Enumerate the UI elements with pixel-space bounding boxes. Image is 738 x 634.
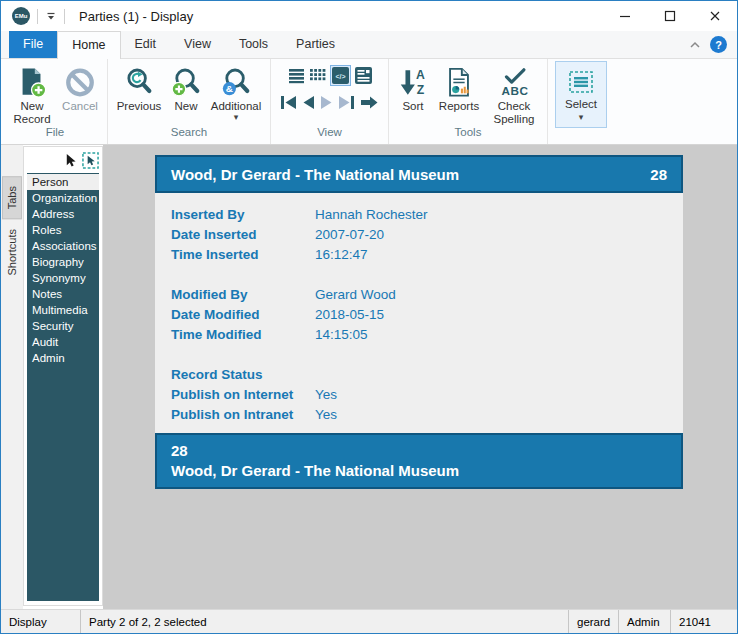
code-glyph: </> (335, 73, 345, 80)
abc-glyph: ABC (502, 83, 529, 96)
sidebar-item-address[interactable]: Address (27, 206, 99, 222)
additional-search-button[interactable]: & Additional ▾ (207, 63, 265, 121)
field-label-publish-internet: Publish on Internet (171, 385, 315, 405)
cancel-button[interactable]: Cancel (58, 63, 102, 113)
new-record-icon (16, 64, 48, 100)
last-record-icon[interactable] (338, 95, 355, 110)
sort-label: Sort (402, 100, 423, 113)
ribbon-group-tools: A Z Sort (389, 59, 548, 144)
app-logo-icon: EMu (12, 7, 30, 25)
sidebar-item-roles[interactable]: Roles (27, 222, 99, 238)
previous-search-label: Previous (117, 100, 162, 113)
first-record-icon[interactable] (280, 95, 297, 110)
record-fields: Inserted ByHannah Rochester Date Inserte… (155, 193, 683, 433)
sidebar-item-audit[interactable]: Audit (27, 334, 99, 350)
tab-tools[interactable]: Tools (225, 31, 282, 58)
help-glyph: ? (715, 39, 722, 51)
app-window: EMu Parties (1) - Display File Home Edit (0, 0, 738, 634)
cancel-label: Cancel (62, 100, 98, 113)
record-summary-number: 28 (171, 441, 667, 461)
sidebar-item-person[interactable]: Person (27, 174, 99, 190)
minimize-button[interactable] (602, 1, 647, 31)
close-button[interactable] (692, 1, 737, 31)
previous-search-icon (123, 64, 155, 100)
record-detail-panel: Wood, Dr Gerard - The National Museum 28… (155, 155, 683, 489)
field-label-date-modified: Date Modified (171, 305, 315, 325)
status-selection: Party 2 of 2, 2 selected (81, 610, 569, 633)
sidebar-panel: Person Organization Address Roles Associ… (23, 146, 103, 606)
sidebar-toolbar (24, 147, 102, 173)
field-label-time-inserted: Time Inserted (171, 245, 315, 265)
side-tab-strip: Tabs Shortcuts (1, 145, 23, 609)
group-label-tools: Tools (394, 126, 542, 144)
module-tab-list: Person Organization Address Roles Associ… (27, 173, 99, 601)
code-view-icon[interactable]: </> (330, 65, 351, 86)
status-bar: Display Party 2 of 2, 2 selected gerard … (1, 609, 737, 633)
help-icon[interactable]: ? (710, 36, 727, 53)
grid-view-icon[interactable] (309, 67, 326, 84)
tab-file[interactable]: File (9, 31, 57, 58)
select-button[interactable]: Select ▾ (555, 61, 607, 128)
sidebar-item-security[interactable]: Security (27, 318, 99, 334)
tab-home[interactable]: Home (57, 31, 120, 59)
field-label-modified-by: Modified By (171, 285, 315, 305)
sidebar-item-associations[interactable]: Associations (27, 238, 99, 254)
sort-a-glyph: A (416, 68, 425, 82)
cursor-arrow-icon[interactable] (64, 153, 77, 168)
window-title: Parties (1) - Display (79, 9, 193, 24)
field-value-date-modified: 2018-05-15 (315, 305, 384, 325)
sidebar-item-organization[interactable]: Organization (27, 190, 99, 206)
maximize-button[interactable] (647, 1, 692, 31)
select-caret-icon: ▾ (579, 113, 584, 121)
side-tab-tabs[interactable]: Tabs (2, 176, 22, 219)
title-bar: EMu Parties (1) - Display (1, 1, 737, 31)
tab-parties[interactable]: Parties (282, 31, 349, 58)
sidebar-item-biography[interactable]: Biography (27, 254, 99, 270)
field-label-publish-intranet: Publish on Intranet (171, 405, 315, 425)
new-record-button[interactable]: New Record (8, 63, 56, 126)
group-label-select (553, 128, 609, 144)
sort-z-glyph: Z (417, 82, 425, 96)
additional-caret-icon: ▾ (234, 113, 239, 121)
field-group-spacer (171, 345, 683, 365)
sidebar-item-notes[interactable]: Notes (27, 286, 99, 302)
group-label-view: View (276, 126, 383, 144)
record-summary-bar[interactable]: 28 Wood, Dr Gerard - The National Museum (155, 433, 683, 489)
new-search-label: New (174, 100, 197, 113)
tab-edit[interactable]: Edit (121, 31, 171, 58)
record-header-bar: Wood, Dr Gerard - The National Museum 28 (155, 155, 683, 193)
sidebar-item-admin[interactable]: Admin (27, 350, 99, 366)
previous-record-icon[interactable] (302, 95, 315, 110)
field-value-publish-intranet: Yes (315, 405, 337, 425)
group-label-search: Search (113, 126, 265, 144)
select-icon (568, 69, 594, 95)
field-value-time-modified: 14:15:05 (315, 325, 368, 345)
sidebar-item-multimedia[interactable]: Multimedia (27, 302, 99, 318)
field-value-date-inserted: 2007-07-20 (315, 225, 384, 245)
ribbon-group-select: Select ▾ (548, 59, 614, 144)
ribbon-tab-row: File Home Edit View Tools Parties ? (1, 31, 737, 59)
ampersand-glyph: & (226, 83, 233, 94)
reports-button[interactable]: Reports (434, 63, 484, 113)
form-view-icon[interactable] (355, 67, 372, 84)
record-header-number: 28 (650, 166, 667, 183)
record-header-title: Wood, Dr Gerard - The National Museum (171, 166, 650, 183)
check-spelling-label: Check Spelling (486, 100, 542, 126)
ribbon: New Record Cancel File (1, 59, 737, 145)
new-search-button[interactable]: New (167, 63, 205, 113)
status-role: Admin (619, 610, 671, 633)
tab-view[interactable]: View (170, 31, 225, 58)
quick-access-dropdown-icon[interactable] (45, 10, 57, 22)
check-spelling-button[interactable]: ABC Check Spelling (486, 63, 542, 126)
cursor-select-icon[interactable] (82, 152, 99, 169)
sort-button[interactable]: A Z Sort (394, 63, 432, 113)
ribbon-group-search: Previous New (108, 59, 271, 144)
previous-search-button[interactable]: Previous (113, 63, 165, 113)
goto-record-icon[interactable] (360, 95, 379, 110)
next-record-icon[interactable] (320, 95, 333, 110)
list-view-icon[interactable] (288, 67, 305, 84)
collapse-ribbon-icon[interactable] (689, 41, 701, 49)
side-tab-shortcuts[interactable]: Shortcuts (2, 219, 22, 285)
sidebar-item-synonymy[interactable]: Synonymy (27, 270, 99, 286)
status-session: 21041 (671, 610, 737, 633)
